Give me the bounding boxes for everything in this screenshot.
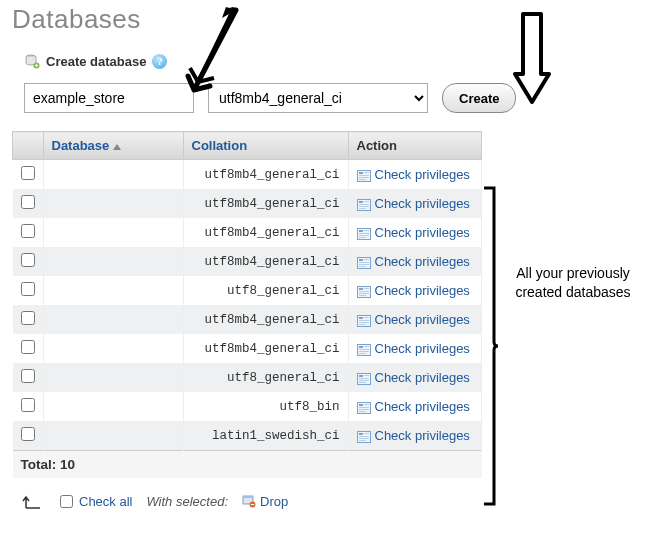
row-checkbox[interactable] [21,340,35,354]
row-database-name[interactable] [43,363,183,392]
row-collation: utf8mb4_general_ci [183,334,348,363]
check-privileges-link[interactable]: Check privileges [375,341,470,356]
row-collation: utf8mb4_general_ci [183,189,348,218]
table-row: utf8_general_ciCheck privileges [13,276,482,305]
page-title: Databases [12,4,660,35]
row-database-name[interactable] [43,160,183,190]
check-privileges-link[interactable]: Check privileges [375,399,470,414]
svg-rect-43 [359,353,366,354]
table-row: utf8mb4_general_ciCheck privileges [13,334,482,363]
svg-rect-29 [359,291,369,292]
svg-rect-65 [251,504,254,505]
check-privileges-link[interactable]: Check privileges [375,254,470,269]
row-collation: utf8_bin [183,392,348,421]
table-row: utf8_general_ciCheck privileges [13,363,482,392]
table-row: latin1_swedish_ciCheck privileges [13,421,482,451]
check-privileges-link[interactable]: Check privileges [375,196,470,211]
table-row: utf8mb4_general_ciCheck privileges [13,160,482,190]
svg-rect-42 [359,351,369,352]
row-checkbox[interactable] [21,195,35,209]
row-database-name[interactable] [43,276,183,305]
svg-rect-18 [359,235,369,236]
svg-rect-36 [359,322,369,323]
row-database-name[interactable] [43,218,183,247]
svg-rect-39 [359,346,363,348]
svg-rect-45 [359,375,363,377]
svg-rect-6 [359,177,369,178]
row-checkbox[interactable] [21,166,35,180]
svg-rect-53 [359,407,369,408]
svg-rect-40 [364,346,369,347]
svg-rect-41 [359,349,369,350]
row-database-name[interactable] [43,247,183,276]
svg-rect-54 [359,409,369,410]
check-all[interactable]: Check all [60,494,132,509]
table-row: utf8mb4_general_ciCheck privileges [13,247,482,276]
svg-rect-19 [359,237,366,238]
row-checkbox[interactable] [21,427,35,441]
check-all-checkbox[interactable] [60,495,73,508]
col-collation[interactable]: Collation [183,132,348,160]
check-privileges-link[interactable]: Check privileges [375,167,470,182]
create-button[interactable]: Create [442,83,516,113]
row-database-name[interactable] [43,334,183,363]
row-collation: utf8mb4_general_ci [183,218,348,247]
row-database-name[interactable] [43,421,183,451]
row-checkbox[interactable] [21,282,35,296]
svg-rect-24 [359,264,369,265]
svg-rect-49 [359,382,366,383]
drop-icon [242,494,256,508]
svg-rect-10 [364,201,369,202]
svg-rect-11 [359,204,369,205]
svg-rect-22 [364,259,369,260]
database-name-input[interactable] [24,83,194,113]
svg-rect-30 [359,293,369,294]
svg-rect-5 [359,175,369,176]
svg-rect-60 [359,438,369,439]
row-collation: utf8mb4_general_ci [183,305,348,334]
privileges-icon [357,170,371,182]
row-checkbox[interactable] [21,398,35,412]
check-privileges-link[interactable]: Check privileges [375,312,470,327]
row-database-name[interactable] [43,189,183,218]
svg-rect-28 [364,288,369,289]
privileges-icon [357,257,371,269]
check-privileges-link[interactable]: Check privileges [375,370,470,385]
svg-rect-34 [364,317,369,318]
col-action: Action [348,132,482,160]
arrow-up-icon [22,492,46,510]
row-database-name[interactable] [43,305,183,334]
svg-rect-61 [359,440,366,441]
svg-rect-3 [359,172,363,174]
svg-rect-35 [359,320,369,321]
svg-rect-4 [364,172,369,173]
svg-rect-31 [359,295,366,296]
row-checkbox[interactable] [21,311,35,325]
row-collation: latin1_swedish_ci [183,421,348,451]
row-checkbox[interactable] [21,253,35,267]
collation-select[interactable]: utf8mb4_general_ci [208,83,428,113]
table-row: utf8_binCheck privileges [13,392,482,421]
svg-rect-51 [359,404,363,406]
check-privileges-link[interactable]: Check privileges [375,225,470,240]
row-checkbox[interactable] [21,369,35,383]
drop-link[interactable]: Drop [242,494,288,509]
annotation-text: All your previously created databases [498,264,648,302]
svg-rect-23 [359,262,369,263]
check-privileges-link[interactable]: Check privileges [375,283,470,298]
check-privileges-link[interactable]: Check privileges [375,428,470,443]
col-checkbox [13,132,44,160]
svg-rect-13 [359,208,366,209]
svg-rect-37 [359,324,366,325]
svg-rect-63 [243,496,253,498]
privileges-icon [357,373,371,385]
annotation-bracket [482,186,500,506]
col-database[interactable]: Database [43,132,183,160]
help-icon[interactable]: ? [152,54,167,69]
row-checkbox[interactable] [21,224,35,238]
svg-rect-15 [359,230,363,232]
new-database-icon [24,53,40,69]
row-database-name[interactable] [43,392,183,421]
svg-rect-7 [359,179,366,180]
svg-rect-52 [364,404,369,405]
